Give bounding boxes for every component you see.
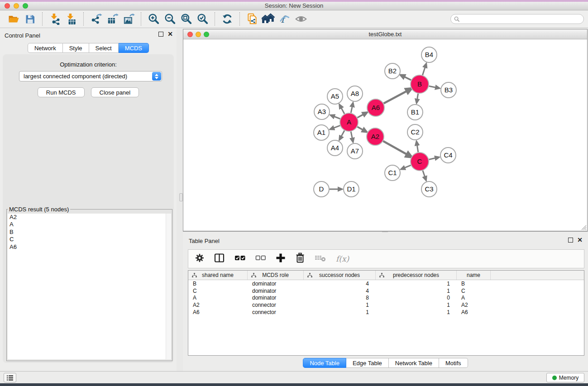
cell-successor-nodes[interactable]: 1 — [304, 302, 376, 308]
edge-A-A7[interactable] — [351, 132, 352, 139]
export-image-icon[interactable] — [120, 12, 137, 26]
function-toggle-icon[interactable]: f — [277, 12, 293, 26]
cell-successor-nodes[interactable]: 4 — [304, 281, 376, 287]
tab-mcds[interactable]: MCDS — [119, 43, 149, 53]
table-row[interactable]: A6connector11A6 — [188, 309, 584, 316]
edge-A-A4[interactable] — [341, 130, 344, 137]
select-all-icon[interactable] — [234, 254, 246, 263]
split-columns-icon[interactable] — [214, 253, 225, 265]
tab-network[interactable]: Network — [28, 43, 63, 53]
float-panel-icon[interactable] — [158, 32, 163, 37]
edge-B-B1[interactable] — [417, 94, 418, 100]
export-table-icon[interactable] — [104, 12, 120, 26]
edge-A6-B[interactable] — [384, 91, 407, 104]
cell-MCDS-role[interactable]: dominator — [248, 295, 304, 301]
run-mcds-button[interactable]: Run MCDS — [38, 87, 85, 97]
cell-shared-name[interactable]: A2 — [188, 302, 248, 308]
tab-network-table[interactable]: Network Table — [389, 358, 439, 368]
memory-button[interactable]: Memory — [546, 373, 584, 382]
close-table-panel-icon[interactable]: ✕ — [577, 238, 583, 243]
cell-shared-name[interactable]: B — [188, 281, 248, 287]
cell-shared-name[interactable]: A6 — [188, 309, 248, 315]
export-network-icon[interactable] — [88, 12, 104, 26]
mcds-result-list[interactable]: A2ABCA6 — [8, 214, 166, 359]
cell-successor-nodes[interactable]: 8 — [304, 295, 376, 301]
import-table-icon[interactable] — [63, 12, 79, 26]
cell-MCDS-role[interactable]: dominator — [248, 281, 304, 287]
cell-MCDS-role[interactable]: connector — [248, 302, 304, 308]
edge-A-A5[interactable] — [341, 108, 344, 114]
edge-C-C3[interactable] — [423, 171, 425, 177]
result-scrollbar[interactable] — [166, 214, 171, 359]
minimize-window-button[interactable] — [14, 3, 19, 9]
network-canvas[interactable]: AA1A2A3A4A5A6A7A8BB1B2B3B4CC1C2C3C4DD1 — [183, 40, 587, 231]
cell-predecessor-nodes[interactable]: 1 — [376, 309, 457, 315]
home-icon[interactable] — [260, 12, 277, 26]
edge-C-C2[interactable] — [417, 145, 418, 152]
function-builder-icon[interactable]: f(x) — [336, 254, 349, 263]
save-session-icon[interactable] — [22, 12, 38, 26]
result-item[interactable]: A6 — [8, 243, 166, 251]
eye-icon[interactable] — [293, 12, 309, 26]
task-history-button[interactable] — [4, 373, 16, 382]
close-panel-icon[interactable]: ✕ — [167, 32, 173, 37]
result-item[interactable]: A — [8, 221, 166, 228]
search-field[interactable] — [450, 14, 584, 24]
close-window-button[interactable] — [5, 3, 10, 9]
cell-shared-name[interactable]: A — [188, 295, 248, 301]
settings-gear-icon[interactable] — [195, 253, 205, 265]
table-row[interactable]: Bdominator41B — [188, 280, 584, 287]
cell-successor-nodes[interactable]: 4 — [304, 288, 376, 294]
cell-successor-nodes[interactable]: 1 — [304, 309, 376, 315]
cell-predecessor-nodes[interactable]: 0 — [376, 295, 457, 301]
column-header-name[interactable]: name — [457, 271, 491, 280]
cell-name[interactable]: A2 — [457, 302, 491, 308]
tab-motifs[interactable]: Motifs — [439, 358, 468, 368]
delete-icon[interactable] — [295, 253, 305, 265]
cell-predecessor-nodes[interactable]: 1 — [376, 302, 457, 308]
deselect-all-icon[interactable] — [255, 255, 266, 263]
tab-select[interactable]: Select — [89, 43, 119, 53]
cell-name[interactable]: A6 — [457, 309, 491, 315]
import-network-icon[interactable] — [47, 12, 63, 26]
resize-grip-icon[interactable] — [581, 225, 587, 230]
search-input[interactable] — [462, 16, 575, 22]
column-header-successor-nodes[interactable]: successor nodes — [304, 271, 376, 280]
edge-B-B2[interactable] — [404, 76, 411, 80]
network-graph[interactable]: AA1A2A3A4A5A6A7A8BB1B2B3B4CC1C2C3C4DD1 — [183, 40, 587, 231]
cell-MCDS-role[interactable]: dominator — [248, 288, 304, 294]
table-row[interactable]: A2connector11A2 — [188, 301, 584, 309]
edge-A2-C[interactable] — [383, 141, 407, 155]
add-column-icon[interactable] — [276, 253, 286, 265]
edge-B-B3[interactable] — [429, 86, 436, 87]
network-zoom-button[interactable] — [204, 32, 209, 37]
close-panel-button[interactable]: Close panel — [91, 87, 139, 97]
zoom-window-button[interactable] — [23, 3, 28, 9]
cell-predecessor-nodes[interactable]: 1 — [376, 281, 457, 287]
edge-A-A8[interactable] — [351, 106, 352, 113]
edge-C-C1[interactable] — [404, 165, 411, 168]
cell-MCDS-role[interactable]: connector — [248, 309, 304, 315]
cell-name[interactable]: C — [457, 288, 491, 294]
column-header-shared-name[interactable]: shared name — [188, 271, 248, 280]
float-table-panel-icon[interactable] — [568, 238, 573, 243]
network-minimize-button[interactable] — [196, 32, 201, 37]
zoom-out-icon[interactable] — [162, 12, 178, 26]
vertical-divider-handle[interactable] — [179, 193, 183, 201]
network-close-button[interactable] — [187, 32, 193, 37]
column-header-predecessor-nodes[interactable]: predecessor nodes — [376, 271, 457, 280]
criterion-select[interactable]: largest connected component (directed) — [19, 71, 162, 81]
edge-B-B4[interactable] — [422, 67, 425, 75]
result-item[interactable]: C — [8, 236, 166, 243]
result-item[interactable]: A2 — [8, 214, 166, 221]
zoom-in-icon[interactable] — [145, 12, 162, 26]
refresh-layout-icon[interactable] — [219, 12, 235, 26]
table-row[interactable]: Cdominator41C — [188, 287, 584, 295]
cell-predecessor-nodes[interactable]: 1 — [376, 288, 457, 294]
network-window-titlebar[interactable]: testGlobe.txt — [183, 29, 587, 39]
cell-name[interactable]: A — [457, 295, 491, 301]
open-file-icon[interactable] — [5, 12, 22, 26]
tab-style[interactable]: Style — [63, 43, 89, 53]
zoom-fit-icon[interactable] — [178, 12, 194, 26]
edge-A-A6[interactable] — [357, 114, 363, 118]
